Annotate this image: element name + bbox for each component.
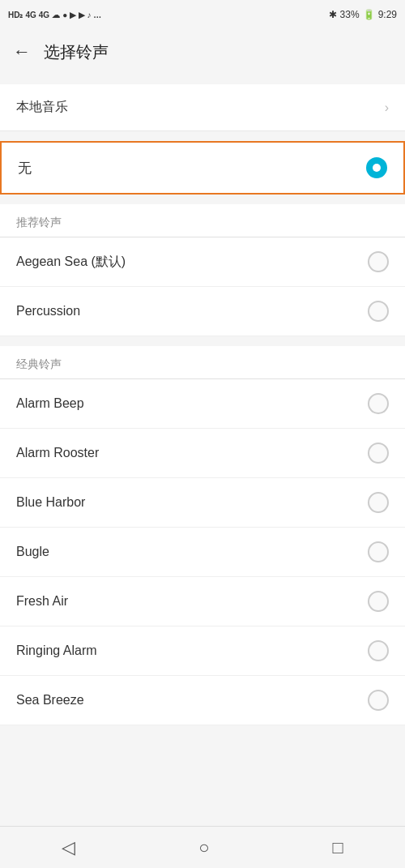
chevron-right-icon: › [385, 100, 389, 115]
bottom-nav: ◁ ○ □ [0, 826, 405, 868]
local-music-row[interactable]: 本地音乐 › [0, 84, 405, 131]
ringing-alarm-label: Ringing Alarm [16, 644, 97, 658]
signal-4g-1: 4G [25, 11, 36, 19]
list-item-blue-harbor[interactable]: Blue Harbor [0, 478, 405, 528]
radio-bugle [368, 541, 389, 562]
list-item-bugle[interactable]: Bugle [0, 528, 405, 577]
status-bar: HD₂ 4G 4G ☁ ● ▶ ▶ ♪ … ✱ 33% 🔋 9:29 [0, 0, 405, 29]
bugle-label: Bugle [16, 545, 49, 559]
blue-harbor-label: Blue Harbor [16, 495, 85, 510]
radio-ringing-alarm [368, 640, 389, 661]
back-button[interactable]: ← [13, 41, 31, 62]
spacer-2 [0, 195, 405, 204]
list-item-aegean-sea[interactable]: Aegean Sea (默认) [0, 237, 405, 287]
nav-home-button[interactable]: ○ [198, 837, 209, 858]
aegean-sea-label: Aegean Sea (默认) [16, 254, 126, 271]
list-item-alarm-rooster[interactable]: Alarm Rooster [0, 429, 405, 478]
list-item-fresh-air[interactable]: Fresh Air [0, 577, 405, 626]
local-music-label: 本地音乐 [16, 99, 68, 116]
radio-selected-icon [366, 157, 387, 178]
recommended-label: 推荐铃声 [0, 204, 405, 237]
signal-4g-2: 4G [39, 11, 49, 19]
classic-label: 经典铃声 [0, 346, 405, 378]
spacer-top [0, 75, 405, 84]
no-sound-row[interactable]: 无 [0, 141, 405, 195]
spacer-1 [0, 131, 405, 141]
time-display: 9:29 [378, 9, 397, 20]
battery-percent: 33% [340, 9, 360, 20]
battery-icon: 🔋 [363, 9, 375, 20]
top-bar: ← 选择铃声 [0, 29, 405, 75]
page-title: 选择铃声 [44, 41, 109, 63]
percussion-label: Percussion [16, 304, 80, 319]
alarm-rooster-label: Alarm Rooster [16, 446, 99, 460]
spacer-3 [0, 336, 405, 346]
status-right-icons: ✱ 33% 🔋 9:29 [329, 9, 397, 20]
cloud-icon: ☁ [52, 11, 60, 19]
radio-percussion [368, 301, 389, 322]
list-item-sea-breeze[interactable]: Sea Breeze [0, 676, 405, 725]
radio-aegean-sea [368, 251, 389, 272]
dot-icons: ● ▶ ▶ ♪ … [62, 11, 101, 19]
status-left-icons: HD₂ 4G 4G ☁ ● ▶ ▶ ♪ … [8, 11, 101, 19]
nav-back-button[interactable]: ◁ [62, 837, 75, 858]
radio-alarm-rooster [368, 443, 389, 464]
nav-recent-button[interactable]: □ [333, 837, 343, 858]
list-item-alarm-beep[interactable]: Alarm Beep [0, 379, 405, 429]
sea-breeze-label: Sea Breeze [16, 693, 84, 708]
radio-fresh-air [368, 591, 389, 612]
radio-alarm-beep [368, 393, 389, 414]
fresh-air-label: Fresh Air [16, 594, 68, 609]
list-item-ringing-alarm[interactable]: Ringing Alarm [0, 626, 405, 676]
alarm-beep-label: Alarm Beep [16, 396, 84, 411]
radio-blue-harbor [368, 492, 389, 513]
no-sound-label: 无 [18, 159, 32, 177]
classic-section: 经典铃声 Alarm Beep Alarm Rooster Blue Harbo… [0, 346, 405, 725]
recommended-section: 推荐铃声 Aegean Sea (默认) Percussion [0, 204, 405, 336]
radio-sea-breeze [368, 690, 389, 711]
hd-icon: HD₂ [8, 11, 23, 19]
bluetooth-icon: ✱ [329, 9, 337, 20]
list-item-percussion[interactable]: Percussion [0, 287, 405, 336]
